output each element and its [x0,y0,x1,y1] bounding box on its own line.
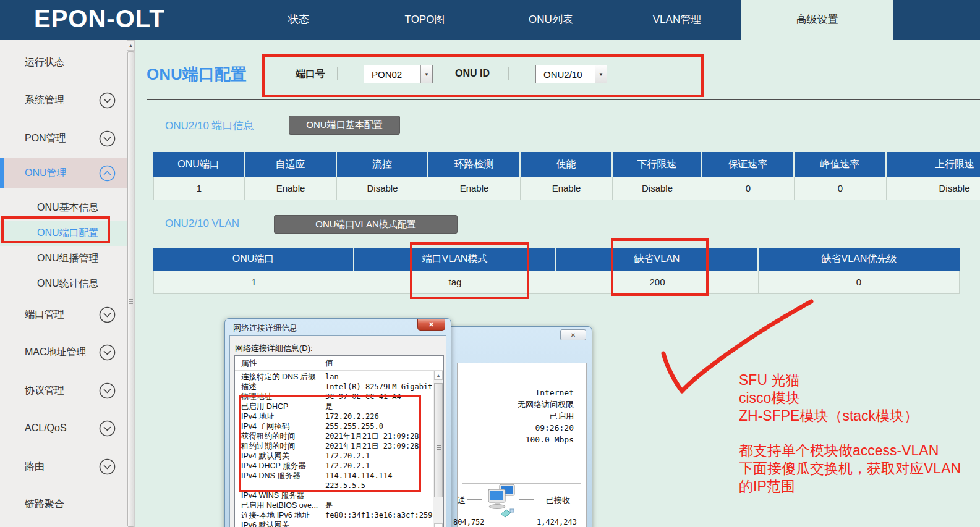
listview-scrollbar[interactable]: ▲ ▼ [433,371,443,527]
sidebar-item-link-aggregation[interactable]: 链路聚合 [0,491,127,517]
table-header-row: ONU端口 自适应 流控 环路检测 使能 下行限速 保证速率 峰值速率 上行限速 [153,152,980,177]
tab-onu-list[interactable]: ONU列表 [488,0,614,40]
network-computers-icon [485,484,516,519]
annotation-line: ZH-SFPE模块（stack模块） [739,407,961,425]
sidebar-item-protocol-mgmt[interactable]: 协议管理 [0,377,127,403]
sidebar-item-routing[interactable]: 路由 [0,453,127,479]
chevron-down-icon [99,306,116,323]
port-info-section-title: ONU2/10 端口信息 [165,119,254,133]
onu-id-label: ONU ID [455,68,490,79]
onu-id-select[interactable]: ONU2/10 ▼ [535,65,607,83]
annotation-line: SFU 光猫 [739,371,961,389]
list-item: IPv4 地址172.20.2.226 [235,411,433,421]
scrollbar-grip-icon [129,299,133,304]
page-title: ONU端口配置 [147,64,247,85]
dropdown-arrow-icon: ▼ [420,65,432,83]
list-item: 已启用 NetBIOS ove...是 [235,500,433,510]
scrollbar-down-arrow[interactable]: ▼ [434,523,443,527]
dropdown-arrow-icon: ▼ [595,65,607,83]
status-panel: Internet 无网络访问权限 已启用 09:26:20 100.0 Mbps… [457,363,587,527]
column-value: 值 [325,356,333,371]
column-property: 属性 [241,356,257,371]
list-item: 租约过期的时间2021年1月21日 23:09:28 [235,441,433,451]
list-item: 连接特定的 DNS 后缀lan [235,372,433,382]
separator [508,67,509,80]
list-item: IPv4 默认网关172.20.2.1 [235,451,433,461]
dialog-body: 网络连接详细信息(D): 属性 值 连接特定的 DNS 后缀lan 描述Inte… [229,335,446,527]
close-button[interactable]: ✕ [560,329,586,340]
chevron-down-icon [99,382,116,399]
table-row: 1 tag 200 0 [153,271,960,294]
list-label: 网络连接详细信息(D): [235,343,313,354]
scrollbar-thumb[interactable] [434,383,443,497]
port-info-table: ONU端口 自适应 流控 环路检测 使能 下行限速 保证速率 峰值速率 上行限速… [153,152,980,200]
chevron-up-icon [99,165,116,182]
list-item: 连接-本地 IPv6 地址fe80::34f1:3e16:a3cf:2596%3… [235,510,433,520]
annotation-line: cisco模块 [739,389,961,407]
sidebar-item-running-status[interactable]: 运行状态 [0,49,127,75]
screen: EPON-OLT 状态 TOPO图 ONU列表 VLAN管理 高级设置 运行状态… [0,0,980,527]
list-item: IPv4 子网掩码255.255.255.0 [235,421,433,431]
list-item: 已启用 DHCP是 [235,402,433,411]
scrollbar-grip-icon [437,445,441,450]
sidebar-item-port-mgmt[interactable]: 端口管理 [0,301,127,327]
separator [337,67,338,80]
tab-topo[interactable]: TOPO图 [362,0,488,40]
list-item: IPv4 WINS 服务器 [235,491,433,500]
network-status-window: ✕ Internet 无网络访问权限 已启用 09:26:20 100.0 Mb… [433,326,592,527]
scrollbar-up-arrow[interactable]: ▲ [127,40,135,51]
vlan-section-title: ONU2/10 VLAN [165,217,239,230]
connection-status-block: Internet 无网络访问权限 已启用 09:26:20 100.0 Mbps [518,387,574,445]
sidebar-item-onu-mgmt[interactable]: ONU管理 [0,158,127,188]
vlan-table: ONU端口 端口VLAN模式 缺省VLAN 缺省VLAN优先级 1 tag 20… [153,248,960,294]
scrollbar-up-arrow[interactable]: ▲ [434,371,443,380]
sidebar-item-onu-basic-info[interactable]: ONU基本信息 [0,195,127,221]
sidebar-item-pon-mgmt[interactable]: PON管理 [0,125,127,151]
dialog-title: 网络连接详细信息 [233,323,297,334]
list-item: 获得租约的时间2021年1月21日 21:09:28 [235,431,433,441]
sent-label: 送 [458,495,466,506]
separator [519,499,534,500]
close-button[interactable]: ✕ [417,319,445,331]
annotation-notes: SFU 光猫 cisco模块 ZH-SFPE模块（stack模块） 都支持单个模… [739,371,961,495]
port-basic-config-button[interactable]: ONU端口基本配置 [289,116,400,135]
header-divider [147,99,980,100]
sent-value: 804,752 [453,518,485,526]
chevron-down-icon [99,130,116,147]
list-item: IPv4 DHCP 服务器172.20.2.1 [235,461,433,471]
sidebar-item-system-mgmt[interactable]: 系统管理 [0,87,127,113]
tab-advanced-settings[interactable]: 高级设置 [741,0,893,40]
list-item: IPv6 默认网关 [235,520,433,527]
separator [462,483,581,484]
separator [467,499,482,500]
annotation-line: 下面接傻瓜交换机，获取对应VLAN [739,460,961,478]
sidebar-item-onu-statistics[interactable]: ONU统计信息 [0,271,127,297]
details-listview: 属性 值 连接特定的 DNS 后缀lan 描述Intel(R) 82579LM … [234,355,444,527]
list-item: 描述Intel(R) 82579LM Gigabit Netwo [235,382,433,392]
sidebar-item-onu-port-config[interactable]: ONU端口配置 [0,221,127,246]
list-item: 物理地址3C-97-0E-CC-41-A4 [235,392,433,402]
chevron-down-icon [99,420,116,437]
sidebar: 运行状态 系统管理 PON管理 ONU管理 ONU基本信息 ONU端口配置 ON… [0,40,127,527]
vlan-mode-config-button[interactable]: ONU端口VLAN模式配置 [274,215,458,234]
list-item: 223.5.5.5 [235,481,433,491]
listview-header: 属性 值 [235,356,443,371]
annotation-line: 都支持单个模块做access-VLAN [739,442,961,460]
received-label: 已接收 [546,495,570,506]
listview-rows: 连接特定的 DNS 后缀lan 描述Intel(R) 82579LM Gigab… [235,372,433,527]
received-value: 1,424,243 [537,518,577,526]
sidebar-scrollbar-thumb[interactable] [127,51,134,527]
active-indicator-bar [0,158,4,188]
port-number-label: 端口号 [296,68,325,81]
tab-vlan[interactable]: VLAN管理 [614,0,740,40]
app-logo: EPON-OLT [34,5,165,33]
table-row: 1 Enable Disable Enable Enable Disable 0… [153,177,980,200]
annotation-line: 的IP范围 [739,478,961,495]
port-number-select[interactable]: PON02 ▼ [364,65,433,83]
sidebar-item-acl-qos[interactable]: ACL/QoS [0,415,127,441]
top-navbar: EPON-OLT 状态 TOPO图 ONU列表 VLAN管理 高级设置 [0,0,980,40]
sidebar-item-mac-mgmt[interactable]: MAC地址管理 [0,339,127,365]
sidebar-item-onu-multicast[interactable]: ONU组播管理 [0,246,127,271]
table-header-row: ONU端口 端口VLAN模式 缺省VLAN 缺省VLAN优先级 [153,248,960,271]
tab-status[interactable]: 状态 [236,0,362,40]
